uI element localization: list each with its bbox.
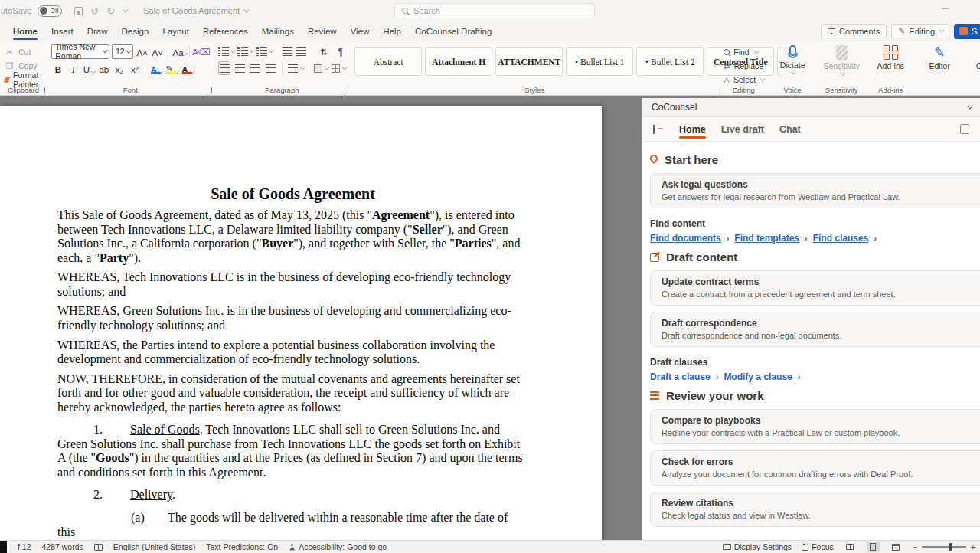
clipboard-dialog-launcher[interactable] [39, 87, 45, 93]
bullets-button[interactable] [218, 44, 234, 58]
shrink-font-button[interactable]: A˅ [151, 44, 164, 58]
read-mode-button[interactable] [844, 542, 857, 552]
sensitivity-button[interactable]: Sensitivity [822, 43, 861, 76]
replace-button[interactable]: ⇄Replace [724, 60, 763, 72]
tab-design[interactable]: Design [115, 21, 156, 41]
borders-button[interactable] [332, 61, 345, 75]
tab-view[interactable]: View [344, 21, 377, 41]
style-abstract[interactable]: Abstract [354, 47, 422, 76]
minimize-button[interactable] [942, 8, 949, 9]
tab-mailings[interactable]: Mailings [255, 21, 301, 41]
zoom-slider[interactable] [922, 546, 966, 548]
page-indicator[interactable]: f 12 [18, 542, 31, 551]
align-left-button[interactable] [218, 61, 230, 75]
proofing-status[interactable] [94, 544, 103, 551]
tab-layout[interactable]: Layout [155, 21, 196, 41]
save-icon[interactable] [74, 7, 83, 15]
bold-button[interactable]: B [51, 61, 64, 75]
link-modify-a-clause[interactable]: Modify a clause [724, 371, 792, 382]
editor-button[interactable]: ✎ Editor [920, 43, 959, 70]
font-name-combobox[interactable]: Times New Roman [51, 44, 109, 59]
autosave-toggle[interactable]: Off [38, 5, 62, 17]
font-size-combobox[interactable]: 12 [112, 44, 133, 59]
select-button[interactable]: △Select [724, 74, 763, 86]
word-count[interactable]: 4287 words [42, 542, 83, 551]
card-update-contract-terms[interactable]: Update contract termsCreate a contract f… [650, 270, 980, 306]
change-case-button[interactable]: Aa [172, 44, 185, 58]
zoom-in-button[interactable]: + [971, 542, 975, 551]
card-check-for-errors[interactable]: Check for errorsAnalyze your document fo… [650, 450, 980, 486]
share-button[interactable]: S [954, 24, 980, 39]
show-formatting-marks-button[interactable]: ¶ [334, 44, 347, 58]
style-bullet-list-1[interactable]: • Bullet List 1 [566, 47, 633, 76]
clear-formatting-button[interactable]: A⌫ [194, 44, 209, 58]
highlight-button[interactable]: ✎ [165, 61, 178, 75]
tab-draw[interactable]: Draw [80, 21, 115, 41]
tab-cocounsel-drafting[interactable]: CoCounsel Drafting [408, 21, 498, 41]
panel-chevron-down-icon[interactable] [967, 103, 972, 109]
card-draft-correspondence[interactable]: Draft correspondenceDraft correspondence… [650, 312, 980, 347]
cocounsel-tab-live-draft[interactable]: Live draft [721, 119, 764, 140]
display-settings-button[interactable]: Display Settings [723, 542, 792, 551]
card-ask-legal-questions[interactable]: Ask legal questionsGet answers for legal… [650, 173, 980, 208]
text-effects-button[interactable]: A [149, 61, 162, 75]
copilot-button[interactable]: Copilot [969, 43, 980, 70]
link-find-templates[interactable]: Find templates [734, 233, 799, 244]
panel-book-icon[interactable] [960, 124, 969, 134]
paragraph-dialog-launcher[interactable] [342, 87, 348, 93]
accessibility-status[interactable]: Accessibility: Good to go [289, 542, 387, 551]
document-page[interactable]: Sale of Goods Agreement This Sale of Goo… [0, 106, 602, 540]
document-title-menu[interactable]: Sale of Goods Agreement [143, 6, 247, 15]
focus-button[interactable]: Focus [802, 542, 834, 551]
cut-button[interactable]: ✂ Cut [5, 46, 42, 58]
zoom-slider-handle[interactable] [949, 543, 952, 551]
tab-insert[interactable]: Insert [44, 21, 80, 41]
tab-references[interactable]: References [196, 21, 255, 41]
italic-button[interactable]: I [67, 61, 80, 75]
font-color-button[interactable]: A [181, 61, 194, 75]
cocounsel-tab-chat[interactable]: Chat [779, 119, 801, 140]
increase-indent-button[interactable] [296, 44, 306, 58]
text-predictions[interactable]: Text Predictions: On [206, 542, 278, 551]
justify-button[interactable] [265, 61, 276, 75]
print-layout-button[interactable] [867, 542, 880, 552]
decrease-indent-button[interactable] [283, 44, 292, 58]
editing-mode-button[interactable]: ✎ Editing [891, 24, 949, 38]
search-input[interactable]: Search [394, 3, 595, 18]
link-draft-a-clause[interactable]: Draft a clause [650, 371, 710, 382]
format-painter-button[interactable]: Format Painter [5, 74, 42, 86]
align-right-button[interactable] [250, 61, 261, 75]
collapse-panel-icon[interactable] [653, 125, 664, 134]
subscript-button[interactable]: x₂ [113, 61, 126, 75]
web-layout-button[interactable] [890, 542, 903, 552]
strikethrough-button[interactable]: ab [97, 61, 110, 75]
dictate-button[interactable]: Dictate [773, 43, 812, 75]
card-review-citations[interactable]: Review citationsCheck legal status and v… [650, 492, 980, 527]
superscript-button[interactable]: x² [128, 61, 141, 75]
quick-access-caret-icon[interactable] [123, 7, 129, 12]
zoom-out-button[interactable]: − [913, 542, 917, 551]
line-spacing-button[interactable] [288, 61, 303, 75]
numbering-button[interactable] [237, 44, 253, 58]
link-find-documents[interactable]: Find documents [650, 233, 721, 244]
font-dialog-launcher[interactable] [206, 87, 212, 93]
sort-button[interactable]: ⇅ [317, 44, 330, 58]
link-find-clauses[interactable]: Find clauses [813, 233, 869, 244]
style-bullet-list-2[interactable]: • Bullet List 2 [636, 47, 704, 76]
style-attachment[interactable]: ATTACHMENT [495, 47, 563, 76]
cocounsel-tab-home[interactable]: Home [679, 119, 706, 140]
align-center-button[interactable] [234, 61, 246, 75]
tab-help[interactable]: Help [376, 21, 408, 41]
tab-review[interactable]: Review [301, 21, 344, 41]
comments-button[interactable]: Comments [821, 24, 887, 38]
find-button[interactable]: Find [724, 46, 763, 58]
multilevel-list-button[interactable] [256, 44, 272, 58]
addins-button[interactable]: Add-ins [871, 43, 910, 70]
shading-button[interactable] [314, 61, 328, 75]
style-attachment-h[interactable]: Attachment H [425, 47, 492, 76]
card-compare-to-playbooks[interactable]: Compare to playbooksRedline your contrac… [650, 409, 980, 444]
redo-icon[interactable]: ↻ [106, 5, 115, 17]
grow-font-button[interactable]: A˄ [136, 44, 149, 58]
styles-dialog-launcher[interactable] [711, 87, 717, 93]
underline-button[interactable]: U [82, 61, 95, 75]
